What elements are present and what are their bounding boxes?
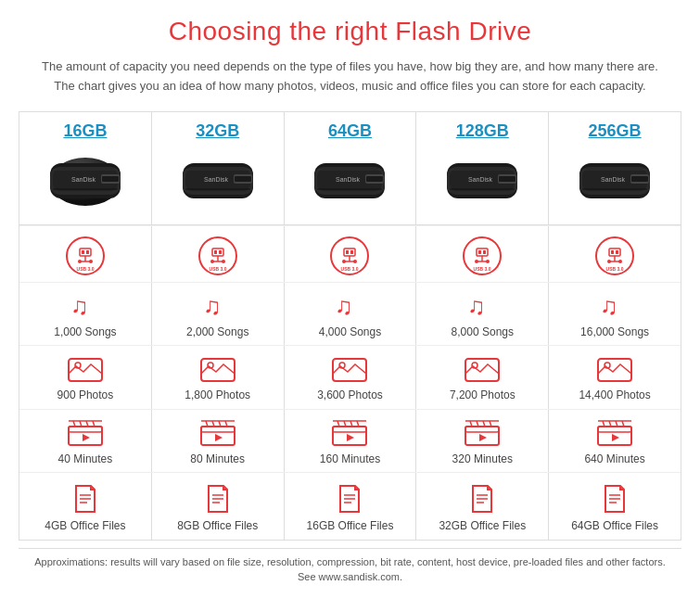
- photo-value-128gb: 7,200 Photos: [450, 388, 515, 403]
- svg-rect-7: [53, 169, 118, 171]
- photo-icon: [596, 355, 633, 385]
- music-cell-256gb: ♫ 16,000 Songs: [548, 283, 681, 346]
- office-cell-16gb: 4GB Office Files: [19, 473, 151, 540]
- music-value-256gb: 16,000 Songs: [580, 325, 649, 340]
- usb-cell-32gb: USB 3.0: [151, 226, 284, 282]
- svg-rect-31: [450, 169, 515, 171]
- office-cell-256gb: 64GB Office Files: [548, 473, 681, 540]
- video-cell-256gb: 640 Minutes: [548, 410, 681, 473]
- svg-rect-70: [478, 250, 481, 254]
- music-value-16gb: 1,000 Songs: [54, 325, 116, 340]
- file-icon: [333, 482, 366, 516]
- photo-row: 900 Photos 1,800 Photos: [19, 345, 681, 409]
- svg-rect-23: [317, 169, 382, 171]
- capacity-32gb-link[interactable]: 32GB: [156, 121, 280, 141]
- svg-marker-116: [215, 434, 223, 441]
- music-note-icon: ♫: [465, 292, 499, 322]
- video-value-32gb: 80 Minutes: [190, 452, 245, 467]
- video-cell-64gb: 160 Minutes: [284, 410, 416, 473]
- drive-image-128gb: SanDisk: [440, 146, 524, 211]
- music-value-64gb: 4,000 Songs: [319, 325, 381, 340]
- col-32gb: 32GB SanDisk: [151, 112, 284, 224]
- svg-point-75: [486, 260, 490, 263]
- svg-text:USB 3.0: USB 3.0: [606, 266, 624, 272]
- office-cell-64gb: 16GB Office Files: [284, 473, 416, 540]
- capacity-128gb-link[interactable]: 128GB: [420, 121, 544, 141]
- col-16gb: 16GB S: [19, 112, 151, 224]
- usb-cell-64gb: USB 3.0: [284, 226, 416, 282]
- video-value-256gb: 640 Minutes: [584, 452, 644, 467]
- photo-icon: [67, 355, 104, 385]
- col-64gb: 64GB SanDisk: [284, 112, 416, 224]
- svg-rect-39: [582, 169, 647, 171]
- music-row: ♫ 1,000 Songs ♫ 2,000 Songs ♫: [19, 282, 681, 346]
- capacity-64gb-link[interactable]: 64GB: [288, 121, 413, 141]
- video-cell-32gb: 80 Minutes: [151, 410, 284, 473]
- file-icon: [201, 482, 235, 516]
- svg-rect-51: [212, 248, 223, 256]
- svg-marker-132: [479, 434, 487, 441]
- photo-value-64gb: 3,600 Photos: [317, 388, 383, 403]
- col-128gb: 128GB SanDisk: [415, 112, 548, 224]
- file-icon: [465, 482, 499, 516]
- svg-point-84: [618, 260, 622, 263]
- svg-text:USB 3.0: USB 3.0: [209, 266, 226, 272]
- photo-value-256gb: 14,400 Photos: [579, 388, 650, 403]
- video-value-64gb: 160 Minutes: [320, 452, 380, 467]
- photo-cell-16gb: 900 Photos: [19, 346, 151, 409]
- svg-rect-60: [344, 248, 355, 256]
- drive-image-16gb: SanDisk: [44, 146, 127, 211]
- svg-point-57: [222, 260, 225, 263]
- file-icon: [69, 482, 102, 516]
- music-value-32gb: 2,000 Songs: [186, 325, 248, 340]
- music-note-icon: ♫: [333, 292, 366, 322]
- video-icon: [596, 419, 633, 449]
- capacity-256gb-link[interactable]: 256GB: [553, 121, 677, 141]
- usb-row: USB 3.0 USB 3.0: [19, 225, 681, 282]
- office-row: 4GB Office Files 8GB Office Files: [19, 472, 681, 540]
- video-value-16gb: 40 Minutes: [58, 452, 113, 467]
- svg-rect-53: [219, 250, 222, 254]
- video-cell-128gb: 320 Minutes: [415, 410, 548, 473]
- video-row: 40 Minutes 80 Minutes: [19, 409, 681, 473]
- footer-note: Approximations: results will vary based …: [19, 548, 681, 585]
- svg-point-48: [89, 260, 93, 263]
- svg-rect-44: [86, 250, 89, 254]
- svg-text:SanDisk: SanDisk: [601, 176, 626, 183]
- page-title: Choosing the right Flash Drive: [19, 17, 681, 46]
- svg-rect-32: [450, 188, 515, 190]
- video-cell-16gb: 40 Minutes: [19, 410, 151, 473]
- svg-marker-140: [612, 434, 619, 441]
- table-header-row: 16GB S: [19, 112, 681, 225]
- photo-cell-128gb: 7,200 Photos: [415, 346, 548, 409]
- usb-icon: USB 3.0: [65, 235, 106, 276]
- capacity-16gb-link[interactable]: 16GB: [23, 121, 147, 141]
- svg-rect-37: [631, 176, 648, 182]
- music-note-icon: ♫: [69, 292, 102, 322]
- svg-point-56: [210, 260, 214, 263]
- office-cell-32gb: 8GB Office Files: [151, 473, 284, 540]
- music-value-128gb: 8,000 Songs: [452, 325, 514, 340]
- svg-rect-24: [317, 188, 382, 190]
- svg-text:USB 3.0: USB 3.0: [474, 266, 491, 272]
- office-value-256gb: 64GB Office Files: [571, 519, 658, 534]
- usb-cell-128gb: USB 3.0: [415, 226, 548, 282]
- photo-value-32gb: 1,800 Photos: [185, 388, 250, 403]
- photo-cell-256gb: 14,400 Photos: [548, 346, 681, 409]
- office-value-128gb: 32GB Office Files: [439, 519, 526, 534]
- office-cell-128gb: 32GB Office Files: [415, 473, 548, 540]
- svg-text:♫: ♫: [335, 292, 353, 320]
- svg-rect-52: [214, 250, 217, 254]
- photo-icon: [199, 355, 236, 385]
- svg-point-66: [353, 260, 357, 263]
- svg-marker-124: [347, 434, 354, 441]
- svg-text:♫: ♫: [467, 292, 486, 320]
- svg-rect-71: [483, 250, 486, 254]
- col-256gb: 256GB SanDisk: [548, 112, 681, 224]
- music-note-icon: ♫: [201, 292, 235, 322]
- file-icon: [598, 482, 631, 516]
- svg-text:SanDisk: SanDisk: [468, 176, 493, 183]
- photo-cell-32gb: 1,800 Photos: [151, 346, 284, 409]
- svg-rect-29: [499, 176, 515, 182]
- svg-text:♫: ♫: [600, 292, 618, 320]
